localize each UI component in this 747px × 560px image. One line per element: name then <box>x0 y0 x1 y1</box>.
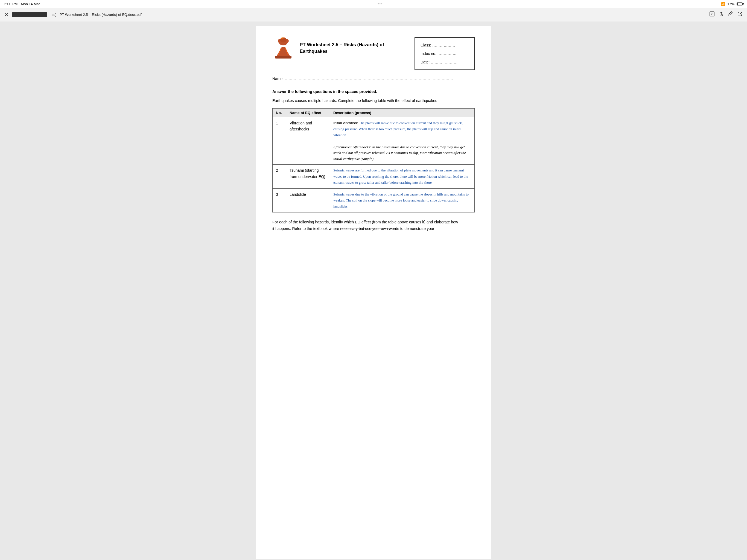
tab-title: ss) - PT Worksheet 2.5 – Risks (Hazards)… <box>52 12 706 17</box>
row1-desc: Initial vibration: The plates will move … <box>330 117 475 164</box>
share-icon[interactable] <box>719 11 724 18</box>
col-header-no: No. <box>273 108 286 117</box>
date-field: Date: ………………… <box>420 58 469 67</box>
name-field: Name: …………………………………………………………………………………………… <box>272 77 475 82</box>
table-header-row: No. Name of EQ effect Description (proce… <box>273 108 475 117</box>
wifi-icon: 📶 <box>721 2 725 6</box>
external-link-icon[interactable] <box>737 11 743 18</box>
col-header-name: Name of EQ effect <box>286 108 330 117</box>
row1-no: 1 <box>273 117 286 164</box>
volcano-image <box>272 37 294 59</box>
edit-icon[interactable] <box>728 11 733 18</box>
footer-text: For each of the following hazards, ident… <box>272 219 475 232</box>
row2-no: 2 <box>273 164 286 188</box>
status-bar: 5:00 PM Mon 14 Mar ••• 📶 17% <box>0 0 747 8</box>
status-bar-left: 5:00 PM Mon 14 Mar <box>4 2 40 6</box>
index-field: Index no: …………… <box>420 50 469 58</box>
row2-desc: Seismic waves are formed due to the vibr… <box>330 164 475 188</box>
battery-percent: 17% <box>727 2 735 6</box>
row1-name: Vibration and aftershocks <box>286 117 330 164</box>
document-title: PT Worksheet 2.5 – Risks (Hazards) of Ea… <box>300 42 398 55</box>
header-left: PT Worksheet 2.5 – Risks (Hazards) of Ea… <box>272 37 398 59</box>
time-display: 5:00 PM <box>4 2 18 6</box>
status-bar-right: 📶 17% <box>721 2 743 6</box>
col-header-desc: Description (process) <box>330 108 475 117</box>
intro-text: Earthquakes causes multiple hazards. Com… <box>272 98 475 104</box>
row3-desc: Seismic waves due to the vibration of th… <box>330 188 475 212</box>
redacted-name <box>12 12 47 17</box>
strikethrough-text: necessary but use your own words <box>340 226 399 231</box>
info-box: Class: ……………… Index no: …………… Date: …………… <box>414 37 475 70</box>
document-header: PT Worksheet 2.5 – Risks (Hazards) of Ea… <box>272 37 475 70</box>
class-field: Class: ……………… <box>420 41 469 50</box>
battery-icon <box>737 2 743 5</box>
browser-chrome: ✕ ss) - PT Worksheet 2.5 – Risks (Hazard… <box>0 8 747 22</box>
svg-line-5 <box>740 12 742 14</box>
close-button[interactable]: ✕ <box>4 12 8 18</box>
browser-toolbar <box>709 11 743 18</box>
row1-aftershocks-text: Aftershocks: Aftershocks: as the plates … <box>333 145 466 161</box>
three-dots[interactable]: ••• <box>378 2 383 6</box>
table-row: 2 Tsunami (starting from underwater EQ) … <box>273 164 475 188</box>
row2-name: Tsunami (starting from underwater EQ) <box>286 164 330 188</box>
document-container: PT Worksheet 2.5 – Risks (Hazards) of Ea… <box>256 26 491 559</box>
table-row: 3 Landslide Seismic waves due to the vib… <box>273 188 475 212</box>
svg-rect-14 <box>275 56 291 58</box>
effects-table: No. Name of EQ effect Description (proce… <box>272 108 475 212</box>
date-display: Mon 14 Mar <box>21 2 40 6</box>
svg-point-9 <box>280 37 287 42</box>
row3-no: 3 <box>273 188 286 212</box>
row3-name: Landslide <box>286 188 330 212</box>
instructions-text: Answer the following questions in the sp… <box>272 90 475 94</box>
find-in-page-icon[interactable] <box>709 11 715 18</box>
table-row: 1 Vibration and aftershocks Initial vibr… <box>273 117 475 164</box>
